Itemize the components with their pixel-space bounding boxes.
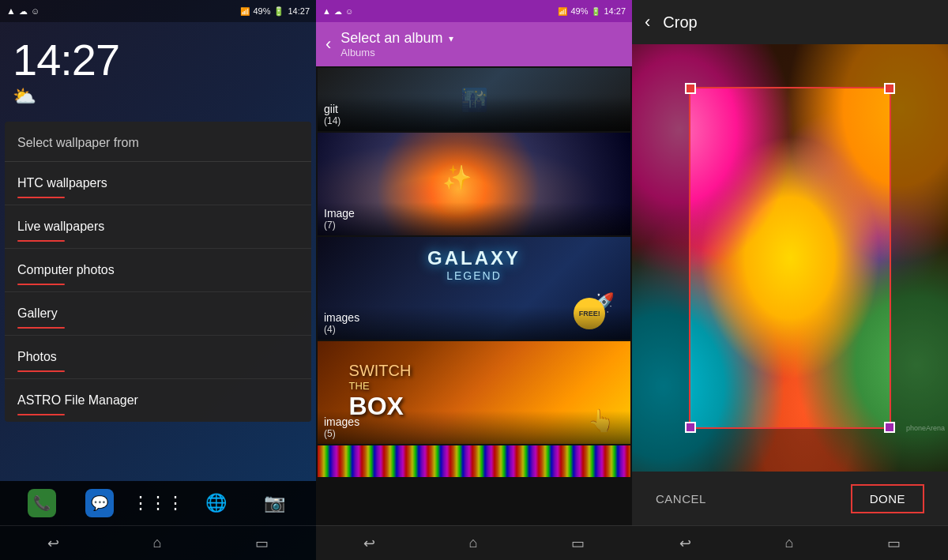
clock-weather: ⛅ — [13, 85, 303, 107]
weather-icon: ⛅ — [13, 85, 36, 107]
status-left-2: ▲ ☁ ☺ — [322, 6, 353, 16]
signal-icon-2: 📶 — [558, 7, 567, 16]
album-count-image: (7) — [324, 220, 624, 231]
menu-item-gallery-label: Gallery — [17, 306, 58, 320]
menu-item-astro-label: ASTRO File Manager — [17, 393, 138, 407]
panel-crop: ‹ Crop phoneArena CANCEL DONE ↩ ⌂ ▭ — [632, 0, 948, 560]
home-button-1[interactable]: ⌂ — [147, 528, 168, 558]
galaxy-text-overlay: GALAXY LEGEND — [333, 247, 615, 282]
menu-item-computer[interactable]: Computer photos — [5, 249, 311, 292]
bottom-nav-2: ↩ ⌂ ▭ — [316, 525, 632, 560]
album-title-area: Select an album ▾ Albums — [340, 30, 453, 58]
album-grid: 🌃 giit (14) ✨ Image (7) GALAXY — [316, 66, 632, 525]
recents-button-1[interactable]: ▭ — [249, 528, 275, 558]
panel-wallpaper-select: ▲ ☁ ☺ 📶 49% 🔋 14:27 14:27 ⛅ Select wallp… — [0, 0, 316, 560]
done-button[interactable]: DONE — [851, 484, 924, 513]
dock-icons: 📞 💬 ⋮⋮⋮ 🌐 📷 — [0, 481, 316, 525]
home-button-crop[interactable]: ⌂ — [779, 528, 800, 558]
album-count-galaxy: (4) — [324, 324, 624, 335]
album-count-switchbox: (5) — [324, 428, 624, 439]
crop-header: ‹ Crop — [632, 0, 948, 44]
album-label-switchbox: images (5) — [318, 411, 630, 444]
cloud-icon: ☁ — [19, 6, 28, 17]
watermark: phoneArena — [906, 424, 945, 432]
striped-bar — [318, 445, 630, 477]
home-button-nav-2[interactable]: ⌂ — [463, 528, 484, 558]
crop-box[interactable] — [689, 87, 891, 429]
status-bar-1: ▲ ☁ ☺ 📶 49% 🔋 14:27 — [0, 0, 316, 22]
back-button-2[interactable]: ‹ — [325, 34, 331, 54]
menu-item-photos[interactable]: Photos — [5, 336, 311, 379]
the-word: THE — [349, 380, 412, 392]
status-icons-left: ▲ ☁ ☺ — [6, 6, 40, 17]
back-button-1[interactable]: ↩ — [41, 528, 66, 558]
album-name-galaxy: images — [324, 311, 624, 324]
menu-item-photos-label: Photos — [17, 350, 57, 363]
menu-item-computer-label: Computer photos — [17, 263, 115, 276]
wallpaper-menu-title: Select wallpaper from — [5, 122, 311, 162]
switch-word: SWITCH — [349, 362, 412, 380]
crop-overlay — [632, 44, 948, 472]
dock-globe[interactable]: 🌐 — [202, 489, 231, 517]
dock-message[interactable]: 💬 — [85, 489, 114, 517]
battery-icon-2: 🔋 — [591, 7, 600, 16]
nav-buttons-1: ↩ ⌂ ▭ — [0, 525, 316, 560]
menu-item-astro[interactable]: ASTRO File Manager — [5, 379, 311, 422]
bottom-nav-1: 📞 💬 ⋮⋮⋮ 🌐 📷 ↩ ⌂ ▭ — [0, 481, 316, 560]
recents-button-crop[interactable]: ▭ — [881, 528, 907, 558]
cancel-button[interactable]: CANCEL — [656, 492, 706, 506]
notification-icon: ▲ — [6, 6, 16, 17]
album-name-giit: giit — [324, 103, 624, 115]
album-label-image: Image (7) — [318, 202, 630, 235]
crop-handle-br[interactable] — [884, 422, 895, 433]
battery-text: 49% — [253, 6, 270, 16]
signal-icon: 📶 — [240, 7, 250, 16]
wallpaper-menu: Select wallpaper from HTC wallpapers Liv… — [5, 122, 311, 422]
battery-icon: 🔋 — [273, 6, 284, 17]
menu-item-live-label: Live wallpapers — [17, 220, 104, 233]
album-label-giit: giit (14) — [318, 98, 630, 131]
menu-item-htc[interactable]: HTC wallpapers — [5, 162, 311, 205]
back-button-crop[interactable]: ‹ — [645, 12, 650, 32]
crop-handle-tr[interactable] — [884, 83, 895, 94]
dropdown-arrow[interactable]: ▾ — [449, 33, 453, 44]
crop-bottom-nav: ↩ ⌂ ▭ — [632, 525, 948, 560]
dock-apps[interactable]: ⋮⋮⋮ — [144, 489, 172, 517]
album-item-image[interactable]: ✨ Image (7) — [318, 133, 630, 235]
menu-item-live[interactable]: Live wallpapers — [5, 205, 311, 249]
clock-widget: 14:27 ⛅ — [0, 22, 316, 115]
album-item-giit[interactable]: 🌃 giit (14) — [318, 68, 630, 131]
crop-image-area[interactable]: phoneArena — [632, 44, 948, 472]
crop-action-bar: CANCEL DONE — [632, 472, 948, 525]
panel-album-select: ▲ ☁ ☺ 📶 49% 🔋 14:27 ‹ Select an album ▾ … — [316, 0, 632, 560]
album-subtitle: Albums — [340, 47, 453, 58]
time-2: 14:27 — [604, 6, 626, 16]
time-display-1: 14:27 — [288, 6, 310, 16]
album-count-giit: (14) — [324, 115, 624, 126]
menu-item-htc-label: HTC wallpapers — [17, 176, 107, 190]
status-icons-right: 📶 49% 🔋 14:27 — [240, 6, 310, 17]
back-button-nav-2[interactable]: ↩ — [357, 528, 382, 558]
dock-phone[interactable]: 📞 — [28, 489, 56, 517]
menu-item-gallery[interactable]: Gallery — [5, 292, 311, 336]
crop-title: Crop — [663, 13, 697, 32]
album-name-switchbox: images — [324, 415, 624, 428]
dock-camera[interactable]: 📷 — [260, 489, 288, 517]
crop-handle-tl[interactable] — [685, 83, 696, 94]
status-bar-2: ▲ ☁ ☺ 📶 49% 🔋 14:27 — [316, 0, 632, 22]
recents-button-nav-2[interactable]: ▭ — [565, 528, 591, 558]
notif-icon-2: ▲ — [322, 6, 331, 16]
status-right-2: 📶 49% 🔋 14:27 — [558, 6, 626, 16]
face-icon-2: ☺ — [345, 7, 353, 16]
crop-handle-bl[interactable] — [685, 422, 696, 433]
face-icon: ☺ — [31, 6, 40, 16]
album-title-row: Select an album ▾ — [340, 30, 453, 47]
album-title: Select an album — [340, 30, 442, 47]
fireworks-icon: ✨ — [442, 163, 472, 191]
battery-2: 49% — [570, 6, 588, 16]
album-item-galaxy[interactable]: GALAXY LEGEND 🚀 FREE! images (4) — [318, 237, 630, 340]
back-button-crop-nav[interactable]: ↩ — [673, 528, 698, 558]
cloud-icon-2: ☁ — [334, 7, 342, 16]
album-header: ‹ Select an album ▾ Albums — [316, 22, 632, 66]
album-item-switchbox[interactable]: SWITCH THE BOX 👆 images (5) — [318, 341, 630, 444]
